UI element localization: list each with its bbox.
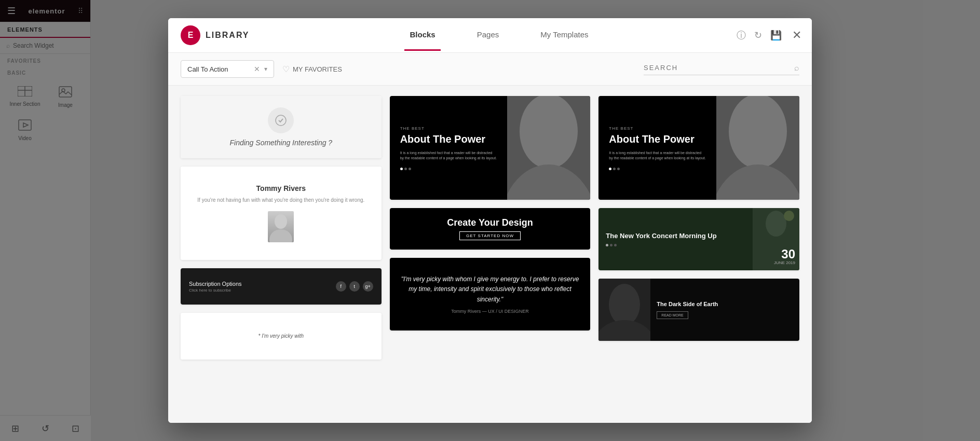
modal-overlay: E LIBRARY Blocks Pages My Templates ⓘ ↻ …	[0, 0, 980, 441]
about-dark-body: It is a long established fact that a rea…	[400, 150, 497, 161]
tommy-quote: If you're not having fun with what you'r…	[197, 197, 364, 204]
template-card-dark-side[interactable]: The Dark Side of Earth READ MORE	[598, 279, 799, 341]
search-bar-icon: ⌕	[794, 63, 799, 73]
dropdown-selected-value: Call To Action	[187, 65, 250, 73]
about-right-label: THE BEST	[609, 126, 706, 131]
favorites-label: MY FAVORITES	[293, 65, 342, 73]
concert-text: The New York Concert Morning Up	[598, 208, 753, 270]
dot-r2	[613, 168, 616, 170]
card-finding-inner: Finding Something Interesting ?	[181, 96, 382, 158]
sub-icon-t: t	[349, 281, 360, 292]
concert-dots	[606, 244, 745, 246]
modal-title: LIBRARY	[206, 31, 250, 40]
subscription-label: Subscription Options	[189, 281, 242, 287]
tab-blocks[interactable]: Blocks	[404, 20, 440, 51]
favorites-filter-button[interactable]: ♡ MY FAVORITES	[282, 64, 342, 74]
template-card-quote-small[interactable]: * I'm very picky with	[181, 313, 382, 360]
search-input[interactable]	[644, 64, 790, 72]
svg-rect-10	[507, 96, 590, 200]
info-icon[interactable]: ⓘ	[737, 29, 746, 42]
library-modal: E LIBRARY Blocks Pages My Templates ⓘ ↻ …	[168, 18, 812, 423]
dot-3	[409, 168, 411, 170]
card-tommy-inner: Tommy Rivers If you're not having fun wi…	[181, 167, 382, 260]
tab-pages[interactable]: Pages	[472, 20, 505, 51]
right-column: THE BEST About The Power It is a long es…	[598, 96, 799, 360]
card-finding-text: Finding Something Interesting ?	[229, 139, 332, 147]
quote-big-text: "I'm very picky with whom I give my ener…	[400, 274, 580, 305]
card-about-dark-left-inner: THE BEST About The Power It is a long es…	[390, 96, 591, 200]
template-card-tommy[interactable]: Tommy Rivers If you're not having fun wi…	[181, 167, 382, 260]
card-create-design-inner: Create Your Design GET STARTED NOW	[390, 208, 591, 250]
svg-point-9	[269, 229, 292, 242]
template-card-concert[interactable]: The New York Concert Morning Up	[598, 208, 799, 270]
tab-my-templates[interactable]: My Templates	[535, 20, 593, 51]
template-card-quote-big[interactable]: "I'm very picky with whom I give my ener…	[390, 258, 591, 330]
heart-icon: ♡	[282, 64, 290, 74]
modal-tabs: Blocks Pages My Templates	[272, 20, 726, 51]
search-bar: ⌕	[644, 63, 799, 75]
about-right-image	[716, 96, 799, 200]
subscription-text-area: Subscription Options Click here to subsc…	[189, 281, 242, 293]
close-button[interactable]: ✕	[792, 29, 801, 42]
quote-attribution: Tommy Rivers — UX / UI DESIGNER	[400, 309, 580, 314]
dark-side-text: The Dark Side of Earth READ MORE	[650, 279, 799, 341]
dark-side-cta[interactable]: READ MORE	[657, 311, 688, 319]
concert-number: 30	[774, 248, 795, 260]
tommy-name: Tommy Rivers	[256, 184, 306, 192]
dropdown-clear-icon[interactable]: ✕	[254, 65, 260, 73]
svg-point-12	[507, 169, 590, 200]
card-quote-big-inner: "I'm very picky with whom I give my ener…	[390, 258, 591, 330]
c-dot-3	[614, 244, 617, 246]
template-card-about-dark-right[interactable]: THE BEST About The Power It is a long es…	[598, 96, 799, 200]
card-about-dark-right-inner: THE BEST About The Power It is a long es…	[598, 96, 799, 200]
dot-2	[404, 168, 407, 170]
category-dropdown[interactable]: Call To Action ✕ ▾	[181, 60, 274, 78]
concert-image: 30 JUNE 2019	[753, 208, 799, 270]
modal-header-actions: ⓘ ↻ 💾 ✕	[726, 29, 812, 42]
modal-logo-area: E LIBRARY	[168, 18, 272, 52]
sync-icon[interactable]: ↻	[754, 30, 762, 41]
quote-small-text: * I'm very picky with	[258, 333, 304, 340]
svg-point-18	[784, 211, 794, 221]
svg-rect-13	[716, 96, 799, 200]
about-right-body: It is a long established fact that a rea…	[609, 150, 706, 161]
middle-column: THE BEST About The Power It is a long es…	[390, 96, 591, 360]
svg-point-14	[734, 106, 781, 163]
about-dark-dots	[400, 168, 497, 170]
template-card-finding[interactable]: Finding Something Interesting ?	[181, 96, 382, 158]
template-card-about-dark-left[interactable]: THE BEST About The Power It is a long es…	[390, 96, 591, 200]
about-dark-label: THE BEST	[400, 126, 497, 131]
elementor-logo: E	[181, 25, 200, 45]
dark-side-title: The Dark Side of Earth	[657, 301, 793, 307]
subscription-icons: f t g+	[336, 281, 373, 292]
about-right-dots	[609, 168, 706, 170]
subscription-description: Click here to subscribe	[189, 288, 242, 293]
card-dark-side-inner: The Dark Side of Earth READ MORE	[598, 279, 799, 341]
about-dark-title: About The Power	[400, 133, 497, 145]
svg-point-15	[716, 169, 799, 200]
svg-point-11	[525, 106, 572, 163]
template-card-create-design[interactable]: Create Your Design GET STARTED NOW	[390, 208, 591, 250]
save-icon[interactable]: 💾	[770, 30, 782, 41]
about-dark-text: THE BEST About The Power It is a long es…	[390, 96, 508, 200]
about-right-text: THE BEST About The Power It is a long es…	[598, 96, 716, 200]
card-finding-icon	[268, 107, 294, 133]
card-quote-small-inner: * I'm very picky with	[181, 313, 382, 360]
about-dark-image	[507, 96, 590, 200]
dot-1	[400, 168, 403, 170]
sub-icon-g: g+	[363, 281, 373, 292]
template-card-subscription[interactable]: Subscription Options Click here to subsc…	[181, 268, 382, 305]
dark-side-image	[598, 279, 650, 341]
card-subscription-inner: Subscription Options Click here to subsc…	[181, 268, 382, 305]
svg-point-20	[609, 284, 640, 325]
quote-big-content: "I'm very picky with whom I give my ener…	[400, 274, 580, 314]
tommy-image	[268, 211, 294, 242]
modal-header: E LIBRARY Blocks Pages My Templates ⓘ ↻ …	[168, 18, 812, 53]
filter-bar: Call To Action ✕ ▾ ♡ MY FAVORITES ⌕	[168, 53, 812, 86]
left-column: Finding Something Interesting ? Tommy Ri…	[181, 96, 382, 360]
svg-point-17	[766, 211, 786, 237]
create-design-cta[interactable]: GET STARTED NOW	[459, 231, 521, 240]
dot-r1	[609, 168, 611, 170]
create-design-title: Create Your Design	[447, 217, 533, 228]
c-dot-2	[610, 244, 612, 246]
